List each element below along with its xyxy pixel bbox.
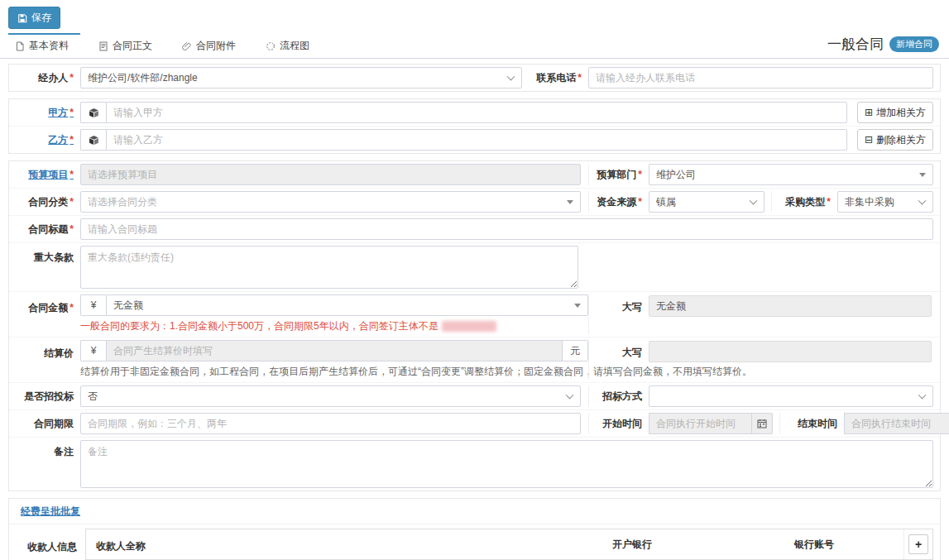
settlement-caps-field (649, 341, 932, 362)
party-b-label-link[interactable]: 乙方 (16, 133, 80, 147)
start-time-input (649, 413, 752, 434)
chevron-down-icon (750, 197, 758, 205)
budget-project-input (80, 164, 581, 185)
tab-label: 合同附件 (196, 39, 236, 53)
file-icon (15, 41, 25, 51)
party-a-input[interactable] (106, 102, 847, 123)
redacted-text (442, 321, 496, 332)
bidding-row: 是否招投标 否 招标方式 (9, 383, 940, 410)
major-terms-textarea[interactable] (80, 246, 578, 289)
plus-square-icon: ⊞ (865, 108, 873, 117)
tab-label: 流程图 (280, 39, 309, 53)
category-label: 合同分类 (16, 195, 80, 209)
party-b-input[interactable] (106, 129, 847, 151)
end-time-input (844, 413, 949, 434)
settlement-input (106, 340, 563, 361)
minus-square-icon: ⊟ (865, 135, 873, 145)
party-picker-cube-icon[interactable] (80, 129, 106, 151)
amount-caps-label: 大写 (589, 295, 649, 314)
start-time-label: 开始时间 (589, 417, 649, 431)
dropdown-triangle-icon (567, 200, 573, 204)
fund-source-select[interactable]: 镇属 (649, 191, 764, 213)
party-a-input-group (80, 102, 847, 123)
handler-label: 经办人 (16, 71, 80, 85)
amount-row: 合同金额 ¥ 无金额 一般合同的要求为：1.合同金额小于500万，合同期限5年以… (9, 292, 940, 337)
party-picker-cube-icon[interactable] (80, 102, 106, 123)
settlement-row: 结算价 ¥ 元 结算价用于非固定金额合同，如工程合同，在项目后期产生结算价后，可… (9, 337, 940, 383)
tab-contract-attachments[interactable]: 合同附件 (175, 33, 247, 58)
amount-value: 无金额 (113, 299, 143, 313)
column-header-bank: 开户银行 (606, 529, 788, 559)
end-time-group (844, 413, 949, 434)
dropdown-triangle-icon (919, 173, 926, 177)
add-payee-button[interactable]: + (908, 534, 928, 554)
handler-select-value: 维护公司/软件部/zhangle (88, 71, 198, 85)
settlement-caps-label: 大写 (589, 341, 649, 360)
bidding-method-select[interactable] (649, 385, 933, 407)
remarks-textarea[interactable] (80, 440, 933, 488)
document-text-icon (98, 41, 108, 51)
start-time-group (649, 413, 773, 434)
budget-project-label-link[interactable]: 预算项目 (16, 168, 80, 182)
party-a-label-link[interactable]: 甲方 (16, 106, 80, 120)
chevron-down-icon (918, 391, 927, 400)
flowchart-icon (266, 41, 276, 51)
tab-flowchart[interactable]: 流程图 (259, 33, 321, 58)
payee-add-cell: + (903, 529, 932, 559)
contract-title-input[interactable] (80, 218, 933, 240)
category-select[interactable]: 请选择合同分类 (80, 191, 581, 213)
chevron-down-icon (566, 391, 574, 400)
party-b-input-group (80, 129, 847, 151)
handler-group: 经办人 维护公司/软件部/zhangle 联系电话 (8, 64, 941, 92)
approval-row: 经费呈批批复 (9, 499, 940, 524)
tab-basic-info[interactable]: 基本资料 (8, 33, 80, 58)
remarks-label: 备注 (16, 440, 80, 459)
budget-dept-value: 维护公司 (656, 168, 696, 182)
phone-label: 联系电话 (522, 71, 588, 85)
period-row: 合同期限 开始时间 结束时间 (9, 410, 940, 438)
payee-table: 收款人全称 开户银行 银行账号 + (85, 529, 933, 560)
chevron-down-icon (918, 197, 927, 205)
tab-label: 基本资料 (29, 39, 69, 53)
remove-related-party-button[interactable]: ⊟ 删除相关方 (857, 129, 933, 151)
phone-input[interactable] (588, 67, 933, 89)
main-fields-group: 预算项目 预算部门 维护公司 合同分类 请选择合同分类 资金来源 (8, 160, 941, 491)
bidding-value: 否 (88, 390, 98, 404)
calendar-icon[interactable] (752, 413, 773, 434)
title-label: 合同标题 (16, 223, 80, 237)
major-terms-label: 重大条款 (16, 246, 80, 265)
remove-related-party-label: 删除相关方 (876, 133, 926, 147)
save-button[interactable]: 保存 (8, 7, 60, 29)
add-related-party-button[interactable]: ⊞ 增加相关方 (857, 102, 933, 123)
tab-bar: 基本资料 合同正文 合同附件 流程图 一般合同 新增合同 (0, 33, 949, 59)
end-time-label: 结束时间 (779, 413, 844, 434)
bidding-select[interactable]: 否 (80, 385, 581, 407)
period-input[interactable] (80, 413, 581, 434)
parties-group: 甲方 ⊞ 增加相关方 乙方 ⊟ 删除相关方 (8, 98, 941, 154)
bidding-label: 是否招投标 (16, 390, 80, 404)
procurement-value: 非集中采购 (845, 195, 894, 209)
bidding-method-label: 招标方式 (589, 390, 649, 404)
amount-input-group: ¥ 无金额 (80, 294, 588, 316)
party-b-row: 乙方 ⊟ 删除相关方 (9, 127, 940, 153)
currency-symbol: ¥ (80, 294, 106, 316)
tab-label: 合同正文 (113, 39, 152, 53)
payee-info-label: 收款人信息 (9, 529, 85, 554)
contract-type-title: 一般合同 (827, 35, 884, 54)
handler-row: 经办人 维护公司/软件部/zhangle 联系电话 (9, 65, 940, 91)
payee-table-header: 收款人全称 开户银行 银行账号 + (86, 529, 932, 559)
procurement-select[interactable]: 非集中采购 (837, 191, 933, 213)
tab-contract-text[interactable]: 合同正文 (92, 33, 164, 58)
category-placeholder: 请选择合同分类 (88, 195, 157, 209)
budget-dept-select[interactable]: 维护公司 (649, 164, 933, 185)
remarks-row: 备注 (9, 438, 940, 491)
tabs: 基本资料 合同正文 合同附件 流程图 (8, 33, 333, 58)
procurement-label: 采购类型 (771, 191, 837, 213)
contract-form-page: 保存 基本资料 合同正文 合同附件 流程图 一般合同 新增合同 (0, 0, 949, 560)
amount-select[interactable]: 无金额 (106, 294, 588, 316)
funding-approval-link[interactable]: 经费呈批批复 (21, 505, 80, 517)
handler-select[interactable]: 维护公司/软件部/zhangle (80, 67, 522, 89)
budget-row: 预算项目 预算部门 维护公司 (9, 161, 940, 189)
save-icon (17, 13, 27, 23)
chevron-down-icon (507, 73, 515, 81)
